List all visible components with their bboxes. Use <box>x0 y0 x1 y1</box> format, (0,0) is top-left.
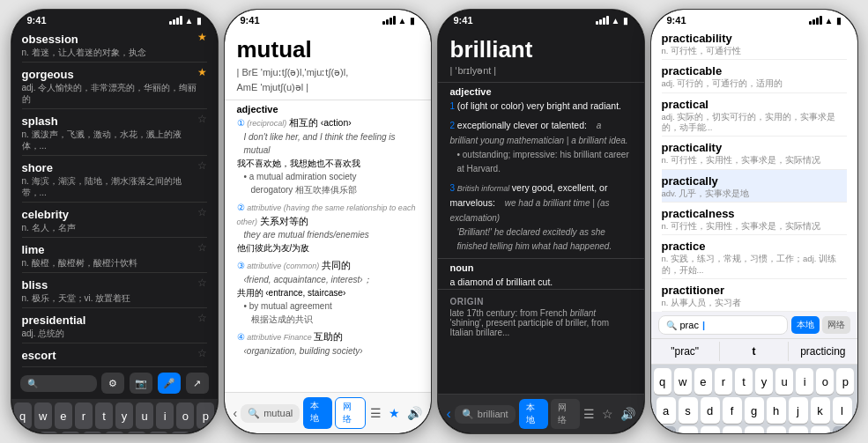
star-icon[interactable]: ☆ <box>197 113 207 125</box>
key-o[interactable]: o <box>176 402 194 429</box>
key-o-4[interactable]: o <box>816 368 834 395</box>
key-h-4[interactable]: h <box>767 397 786 424</box>
key-j[interactable]: j <box>149 432 168 433</box>
def-bullet: • outstanding; impressive: his brilliant… <box>457 148 632 176</box>
phone-2: 9:41 ▲ ▮ mutual | BrE 'mjuːt∫(ə)l,'mju <box>224 9 432 434</box>
key-d[interactable]: d <box>61 432 80 433</box>
star-icon[interactable]: ☆ <box>197 312 207 324</box>
list-icon[interactable]: ☰ <box>370 406 382 420</box>
net-tab-4[interactable]: 网络 <box>822 316 850 334</box>
delete-key-4[interactable]: ⌫ <box>833 426 855 433</box>
list-item[interactable]: celebrity n. 名人，名声 ☆ <box>22 203 207 238</box>
star-icon-3[interactable]: ☆ <box>602 407 613 421</box>
autocomplete-item[interactable]: practicing <box>789 342 857 361</box>
key-m-4[interactable]: m <box>811 426 830 433</box>
key-g[interactable]: g <box>105 432 124 433</box>
key-p[interactable]: p <box>197 402 214 429</box>
search-input-1[interactable]: 🔍 <box>20 375 97 392</box>
key-r-4[interactable]: r <box>715 368 732 395</box>
list-icon-3[interactable]: ☰ <box>583 407 595 421</box>
key-q-4[interactable]: q <box>654 368 671 395</box>
speaker-icon-3[interactable]: 🔊 <box>620 407 635 421</box>
key-e[interactable]: e <box>55 402 72 429</box>
key-h[interactable]: h <box>127 432 146 433</box>
back-chevron-icon[interactable]: ‹ <box>234 406 238 420</box>
key-s[interactable]: s <box>39 432 58 433</box>
list-item[interactable]: practice n. 实践，练习，常规，习惯，工作；adj. 训练的，开始..… <box>662 235 847 279</box>
list-item[interactable]: gorgeous adj. 令人愉快的，非常漂亮的，华丽的，绚丽的 ★ <box>22 63 207 109</box>
share-button[interactable]: ↗ <box>186 373 209 394</box>
list-item[interactable]: practicable adj. 可行的，可通行的，适用的 <box>662 60 847 92</box>
key-i[interactable]: i <box>156 402 174 429</box>
key-p-4[interactable]: p <box>836 368 854 395</box>
key-t-4[interactable]: t <box>735 368 753 395</box>
star-icon[interactable]: ★ <box>197 66 207 78</box>
local-tab-3[interactable]: 本地 <box>519 399 548 429</box>
list-item[interactable]: lime n. 酸橙，酸橙树，酸橙汁饮料 ☆ <box>22 238 207 273</box>
star-icon[interactable]: ★ <box>389 406 400 420</box>
list-item[interactable]: shore n. 海滨，湖滨，陆地，潮水涨落之间的地带，... ☆ <box>22 156 207 203</box>
list-item[interactable]: practicability n. 可行性，可通行性 <box>662 27 847 60</box>
key-j-4[interactable]: j <box>789 397 808 424</box>
key-f-4[interactable]: f <box>723 397 742 424</box>
camera-button[interactable]: 📷 <box>130 373 152 394</box>
net-tab-3[interactable]: 网络 <box>551 399 580 429</box>
key-x-4[interactable]: x <box>701 426 720 433</box>
list-item[interactable]: obsession n. 着迷，让人着迷的对象，执念 ★ <box>22 27 207 63</box>
key-c-4[interactable]: c <box>723 426 742 433</box>
list-item[interactable]: practitioner n. 从事人员，实习者 <box>662 279 847 312</box>
shift-key-4[interactable]: ⇧ <box>654 426 676 433</box>
key-k-4[interactable]: k <box>811 397 830 424</box>
list-item[interactable]: bliss n. 极乐，天堂；vi. 放置着狂 ☆ <box>22 273 207 308</box>
autocomplete-item[interactable]: "prac" <box>651 342 720 361</box>
search-input-4[interactable]: 🔍 prac | <box>658 315 788 335</box>
list-item[interactable]: practical adj. 实际的，切实可行的，实用的，实事求是的，动手能..… <box>662 93 847 137</box>
star-icon[interactable]: ★ <box>197 31 207 43</box>
list-item[interactable]: practicality n. 可行性，实用性，实事求是，实际情况 <box>662 137 847 169</box>
key-v-4[interactable]: v <box>745 426 764 433</box>
key-b-4[interactable]: b <box>767 426 786 433</box>
key-u-4[interactable]: u <box>775 368 793 395</box>
star-icon[interactable]: ☆ <box>197 159 207 172</box>
key-r[interactable]: r <box>75 402 93 429</box>
key-q[interactable]: q <box>14 402 32 429</box>
key-a-4[interactable]: a <box>657 397 676 424</box>
search-field-2[interactable]: 🔍 mutual <box>241 404 300 423</box>
mic-button[interactable]: 🎤 <box>158 373 181 394</box>
list-item[interactable]: presidential adj. 总统的 ☆ <box>22 308 207 343</box>
local-tab-4[interactable]: 本地 <box>791 316 820 334</box>
key-d-4[interactable]: d <box>701 397 720 424</box>
key-l[interactable]: l <box>193 432 212 433</box>
star-icon[interactable]: ☆ <box>197 277 207 289</box>
key-a[interactable]: a <box>17 432 36 433</box>
key-i-4[interactable]: i <box>796 368 813 395</box>
key-e-4[interactable]: e <box>694 368 712 395</box>
key-g-4[interactable]: g <box>745 397 764 424</box>
key-y[interactable]: y <box>115 402 133 429</box>
list-item[interactable]: splash n. 溅泼声，飞溅，激动，水花，溅上的液体，... ☆ <box>22 109 207 156</box>
key-w[interactable]: w <box>34 402 52 429</box>
net-tab-2[interactable]: 网络 <box>335 397 366 429</box>
settings-button[interactable]: ⚙ <box>101 373 124 394</box>
key-t[interactable]: t <box>95 402 113 429</box>
key-l-4[interactable]: l <box>833 397 852 424</box>
local-tab-2[interactable]: 本地 <box>303 397 332 429</box>
key-f[interactable]: f <box>83 432 102 433</box>
key-z-4[interactable]: z <box>679 426 698 433</box>
key-y-4[interactable]: y <box>755 368 773 395</box>
star-icon[interactable]: ☆ <box>197 206 207 218</box>
search-field-3[interactable]: 🔍 brilliant <box>455 405 516 424</box>
speaker-icon[interactable]: 🔊 <box>407 406 422 420</box>
autocomplete-item-main[interactable]: t <box>720 342 789 361</box>
star-icon[interactable]: ☆ <box>197 347 207 359</box>
back-chevron-icon-3[interactable]: ‹ <box>447 406 451 422</box>
list-item[interactable]: practicalness n. 可行性，实用性，实事求是，实际情况 <box>662 203 847 235</box>
key-w-4[interactable]: w <box>674 368 692 395</box>
key-s-4[interactable]: s <box>679 397 698 424</box>
key-n-4[interactable]: n <box>789 426 808 433</box>
list-item[interactable]: escort ☆ <box>22 343 207 367</box>
key-u[interactable]: u <box>136 402 153 429</box>
key-k[interactable]: k <box>171 432 190 433</box>
list-item[interactable]: practically adv. 几乎，实事求是地 <box>662 170 847 203</box>
star-icon[interactable]: ☆ <box>197 241 207 254</box>
